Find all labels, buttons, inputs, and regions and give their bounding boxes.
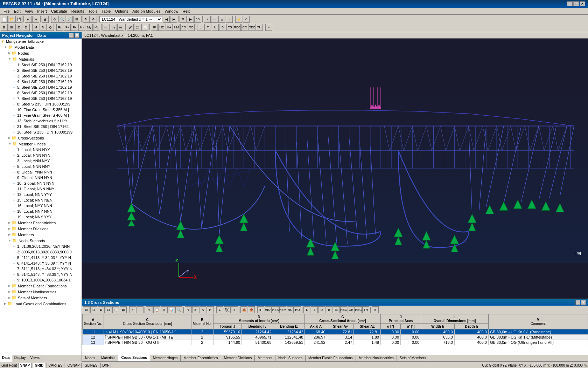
tb-open[interactable]: 📂 [8,16,15,23]
menu-help[interactable]: Help [181,8,193,14]
tree-label-mh18[interactable]: →18: Local; NNY NNN [0,209,82,214]
tab-member-hinges[interactable]: Member Hinges [150,355,181,361]
tree-label-nodal-supports[interactable]: ▼📁Nodal Supports [0,238,82,243]
tree-label-member-elastic-foundations[interactable]: ▶📁Member Elastic Foundations [0,283,82,288]
bt-29[interactable]: L [303,306,310,313]
minimize-button[interactable]: ─ [567,1,573,6]
nav-tab-views[interactable]: Views [28,355,42,362]
tab-member-divisions[interactable]: Member Divisions [221,355,255,361]
bt-18[interactable]: Σ [216,306,223,313]
tb2-25[interactable]: RO [188,24,195,31]
bt-1[interactable]: ⊞ [83,306,90,313]
tab-member-eccentricities[interactable]: Member Eccentricities [181,355,221,361]
tb2-16[interactable]: uz [117,24,124,31]
tree-label-mh9[interactable]: →9: Global; NNN NYN [0,175,82,180]
tree-label-ns1[interactable]: →1: 31,36,2031,2036; NEY NNN [0,244,82,249]
status-glines[interactable]: GLINES [83,363,99,368]
tb2-3[interactable]: ⊠ [15,24,22,31]
tb2-35[interactable]: ≡ [265,24,272,31]
tree-label-mat6[interactable]: →6: Steel StE 250 | DIN 17162:19 [0,90,82,95]
bt-3[interactable]: ⊠ [98,306,105,313]
tree-label-cross-sections[interactable]: ▶📁Cross-Sections [0,135,82,141]
status-snap[interactable]: SNAP [18,363,31,368]
tree-label-member-eccentricities[interactable]: ▶📁Member Eccentricities [0,220,82,225]
tree-label-members[interactable]: ▶📁Members [0,232,82,237]
tree-label-mh15[interactable]: →15: Local; NNN NEN [0,198,82,203]
tb2-11[interactable]: Mx [78,24,85,31]
tree-label-mat5[interactable]: →5: Steel StE 250 | DIN 17162:19 [0,85,82,90]
bt-38[interactable]: ≡ [372,306,379,313]
tree-label-mh3[interactable]: →3: Local; YNN NYY [0,158,82,163]
nav-close-btn[interactable]: ✕ [75,33,79,38]
tb-undo[interactable]: ↩ [25,16,32,23]
table-row[interactable]: 11 ○ 4LM L 90x90x10-400/10 | EN 10056-1:… [83,329,588,335]
tb-save[interactable]: 💾 [15,16,22,23]
tree-label-load-cases[interactable]: ▶📁Load Cases and Combinations [0,301,82,306]
bt-11[interactable]: ✕ [161,306,168,313]
menu-insert[interactable]: Insert [35,8,49,14]
tb2-19[interactable]: 📊 [141,24,148,31]
bt-30[interactable]: T [311,306,318,313]
tree-label-mh10[interactable]: →10: Global; NNN NYN [0,181,82,186]
menu-view[interactable]: View [23,8,35,14]
tb2-8[interactable]: Fx [56,24,63,31]
maximize-button[interactable]: □ [573,1,579,6]
bt-21[interactable]: 📤 [240,306,247,313]
bt-13[interactable]: 🔍 [175,306,182,313]
tb2-1[interactable]: ⊞ [1,24,8,31]
tb-nodes[interactable]: • [204,16,211,23]
menu-tools[interactable]: Tools [86,8,99,14]
menu-edit[interactable]: Edit [12,8,23,14]
nav-tab-display[interactable]: Display [12,355,28,362]
menu-window[interactable]: Window [162,8,180,14]
tree-label-mh1[interactable]: →1: Local; NNN NYY [0,147,82,152]
table-row[interactable]: 13 Ī SHAPE-THIN GB 30 - OG G II- 2 144.9… [83,340,588,345]
tree-label-mat21[interactable]: →21: Steel StE 250 | DIN 17162: [0,124,82,129]
nav-tab-data[interactable]: Data [0,355,12,362]
status-cartes[interactable]: CARTES [47,363,64,368]
bt-37[interactable]: TH [362,306,369,313]
lc-selector[interactable]: LC1124 - Wanderlast x = 1 → [99,16,162,22]
tb-calc[interactable]: ⚡ [235,16,242,23]
tree-label-member-divisions[interactable]: ▶📁Member Divisions [0,226,82,231]
title-bar-controls[interactable]: ─ □ ✕ [567,1,585,6]
tb-members[interactable]: ═ [211,16,218,23]
bt-6[interactable]: ▦ [120,306,127,313]
tb2-33[interactable]: REC [248,24,255,31]
tb-results[interactable]: R [180,16,187,23]
bt-35[interactable]: CR [348,306,355,313]
tree-label-root[interactable]: ▼Müngstener Talbrücke [0,39,82,44]
tb2-18[interactable]: ⬚ [134,24,141,31]
bt-20[interactable]: = [231,306,238,313]
tab-nodal-supports[interactable]: Nodal Supports [275,355,306,361]
close-button[interactable]: ✕ [580,1,585,6]
bt-19[interactable]: f(x) [224,306,231,313]
tb-supports[interactable]: △ [218,16,225,23]
tree-label-mh5[interactable]: →5: Local; NNN NNY [0,164,82,169]
tb2-31[interactable]: REC [234,24,241,31]
tb-select[interactable]: ⊹ [51,16,58,23]
tb2-22[interactable]: HA [166,24,173,31]
tb2-10[interactable]: Fz [71,24,78,31]
tab-materials[interactable]: Materials [98,355,119,361]
menu-calculate[interactable]: Calculate [49,8,69,14]
tree-label-mh8[interactable]: →8: Global; YNN NNN [0,170,82,175]
tb2-12[interactable]: My [86,24,93,31]
tb2-17[interactable]: 🖊 [127,24,134,31]
bt-36[interactable]: REC [355,306,362,313]
bottom-panel-minimize-btn[interactable]: _ [575,300,580,305]
bt-2[interactable]: ⊟ [90,306,97,313]
tree-label-nodes[interactable]: ▶📁Nodes [0,50,82,56]
tree-label-mat10[interactable]: →10: Fine Grain Steel S 355 M | [0,107,82,112]
tb2-15[interactable]: uy [110,24,117,31]
tb-rotate[interactable]: ↻ [83,16,90,23]
tree-label-mat4[interactable]: →4: Steel StE 250 | DIN 17162:19 [0,79,82,84]
tree-label-ns7[interactable]: →7: 5111,5113; Y -34.03 °; YYY N [0,266,82,271]
menu-table[interactable]: Table [99,8,113,14]
bt-5[interactable]: ◫ [112,306,119,313]
bt-8[interactable]: ↓ [136,306,144,313]
tb-print[interactable]: 🖨 [42,16,49,23]
tb-prev-lc[interactable]: ◀ [163,16,170,23]
tree-label-mh19[interactable]: →19: Local; NNY YYY [0,214,82,219]
tree-label-mat2[interactable]: →2: Steel StE 250 | DIN 17162:19 [0,68,82,73]
